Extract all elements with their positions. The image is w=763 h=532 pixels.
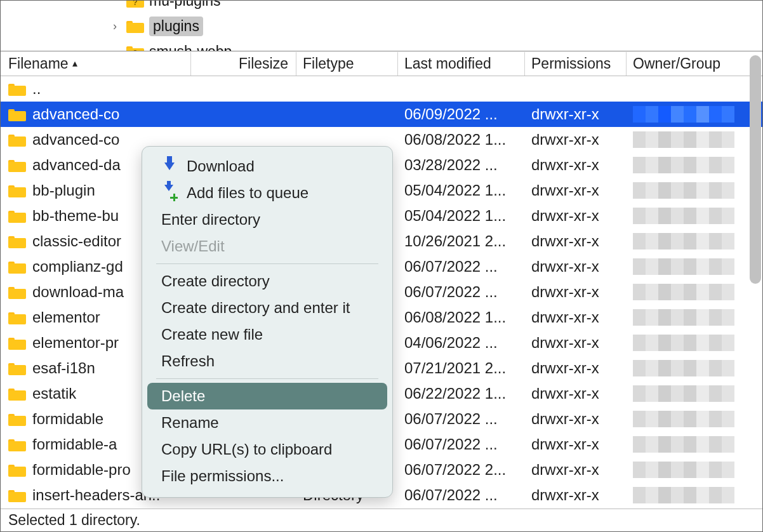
tree-item[interactable]: smush-webp	[1, 39, 762, 51]
cell-permissions: drwxr-xr-x	[525, 486, 627, 504]
cell-permissions: drwxr-xr-x	[525, 410, 627, 428]
cell-lastmodified: 06/09/2022 ...	[398, 105, 525, 123]
cell-permissions: drwxr-xr-x	[525, 131, 627, 149]
col-lastmodified-label: Last modified	[404, 55, 491, 72]
table-row[interactable]: ..	[1, 76, 762, 102]
cell-filename: advanced-co	[1, 105, 191, 123]
tree-pane: mu-plugins›pluginssmush-webp	[1, 1, 762, 51]
menu-item-view-edit: View/Edit	[147, 233, 387, 260]
col-filesize-label: Filesize	[239, 55, 288, 72]
cell-permissions: drwxr-xr-x	[525, 334, 627, 352]
tree-item[interactable]: mu-plugins	[1, 1, 762, 13]
folder-icon	[8, 310, 26, 324]
censored-owner	[633, 157, 734, 173]
file-list-pane: Filename ▴ Filesize Filetype Last modifi…	[1, 51, 762, 509]
menu-item-label: Rename	[161, 414, 219, 432]
col-permissions[interactable]: Permissions	[525, 52, 627, 76]
menu-item-file-permissions[interactable]: File permissions...	[147, 463, 387, 489]
cell-lastmodified: 03/28/2022 ...	[398, 156, 525, 174]
cell-ownergroup	[627, 131, 738, 148]
folder-icon	[8, 361, 26, 375]
column-header-row: Filename ▴ Filesize Filetype Last modifi…	[1, 52, 762, 76]
cell-ownergroup	[627, 436, 738, 453]
sort-indicator-icon: ▴	[72, 57, 77, 69]
filename-text: advanced-da	[32, 156, 121, 174]
folder-icon	[8, 209, 26, 223]
censored-owner	[633, 309, 734, 326]
ftp-window: mu-plugins›pluginssmush-webp Filename ▴ …	[0, 0, 763, 532]
menu-item-label: File permissions...	[161, 467, 284, 485]
menu-item-create-directory[interactable]: Create directory	[147, 268, 387, 295]
menu-item-enter-directory[interactable]: Enter directory	[147, 206, 387, 233]
queue-icon	[161, 185, 178, 201]
cell-ownergroup	[627, 182, 738, 199]
menu-item-copy-url-s-to-clipboard[interactable]: Copy URL(s) to clipboard	[147, 436, 387, 463]
cell-ownergroup	[627, 208, 738, 224]
col-lastmodified[interactable]: Last modified	[398, 52, 525, 76]
censored-owner	[633, 208, 734, 224]
censored-owner	[633, 360, 734, 376]
menu-item-refresh[interactable]: Refresh	[147, 348, 387, 375]
filename-text: formidable	[32, 410, 103, 428]
scrollbar[interactable]	[750, 55, 761, 284]
cell-permissions: drwxr-xr-x	[525, 258, 627, 276]
cell-lastmodified: 06/07/2022 ...	[398, 410, 525, 428]
cell-lastmodified: 06/08/2022 1...	[398, 309, 525, 326]
cell-permissions: drwxr-xr-x	[525, 156, 627, 174]
col-filename[interactable]: Filename ▴	[1, 52, 191, 76]
cell-lastmodified: 10/26/2021 2...	[398, 232, 525, 250]
folder-icon	[8, 133, 26, 147]
filename-text: formidable-a	[32, 436, 117, 453]
menu-item-create-directory-and-enter-it[interactable]: Create directory and enter it	[147, 295, 387, 321]
cell-permissions: drwxr-xr-x	[525, 461, 627, 479]
cell-permissions: drwxr-xr-x	[525, 105, 627, 123]
cell-ownergroup	[627, 335, 738, 351]
folder-icon	[8, 260, 26, 274]
cell-lastmodified: 06/07/2022 ...	[398, 436, 525, 453]
folder-icon	[126, 1, 144, 8]
censored-owner	[633, 106, 734, 123]
status-text: Selected 1 directory.	[8, 512, 140, 528]
cell-lastmodified: 04/06/2022 ...	[398, 334, 525, 352]
filename-text: ..	[32, 80, 41, 98]
folder-icon	[8, 463, 26, 477]
filename-text: advanced-co	[32, 131, 119, 149]
menu-item-rename[interactable]: Rename	[147, 409, 387, 436]
menu-item-delete[interactable]: Delete	[147, 383, 387, 409]
menu-item-label: Download	[187, 157, 255, 175]
folder-icon	[126, 44, 144, 51]
cell-lastmodified: 06/08/2022 1...	[398, 131, 525, 149]
folder-icon	[8, 158, 26, 172]
menu-item-label: Refresh	[161, 352, 215, 370]
censored-owner	[633, 436, 734, 453]
cell-ownergroup	[627, 462, 738, 478]
folder-icon	[8, 107, 26, 121]
cell-permissions: drwxr-xr-x	[525, 232, 627, 250]
menu-item-label: Delete	[161, 387, 205, 405]
col-filetype[interactable]: Filetype	[296, 52, 398, 76]
menu-separator	[156, 263, 378, 264]
table-row[interactable]: advanced-co06/09/2022 ...drwxr-xr-x	[1, 102, 762, 127]
censored-owner	[633, 385, 734, 402]
menu-item-label: Create new file	[161, 326, 263, 343]
cell-lastmodified: 06/22/2022 1...	[398, 385, 525, 402]
cell-lastmodified: 05/04/2022 1...	[398, 207, 525, 225]
filename-text: bb-theme-bu	[32, 207, 119, 225]
col-ownergroup[interactable]: Owner/Group	[627, 52, 738, 76]
filename-text: classic-editor	[32, 232, 121, 250]
col-filesize[interactable]: Filesize	[191, 52, 296, 76]
folder-icon	[8, 336, 26, 350]
chevron-right-icon[interactable]: ›	[109, 20, 121, 33]
tree-item[interactable]: ›plugins	[1, 13, 762, 39]
folder-icon	[8, 488, 26, 502]
col-filetype-label: Filetype	[303, 55, 354, 72]
cell-lastmodified: 07/21/2021 2...	[398, 359, 525, 377]
cell-lastmodified: 05/04/2022 1...	[398, 182, 525, 199]
cell-ownergroup	[627, 487, 738, 503]
menu-item-download[interactable]: Download	[147, 153, 387, 180]
cell-ownergroup	[627, 385, 738, 402]
context-menu[interactable]: DownloadAdd files to queueEnter director…	[142, 146, 393, 498]
menu-item-add-files-to-queue[interactable]: Add files to queue	[147, 180, 387, 206]
cell-permissions: drwxr-xr-x	[525, 283, 627, 301]
menu-item-create-new-file[interactable]: Create new file	[147, 321, 387, 348]
